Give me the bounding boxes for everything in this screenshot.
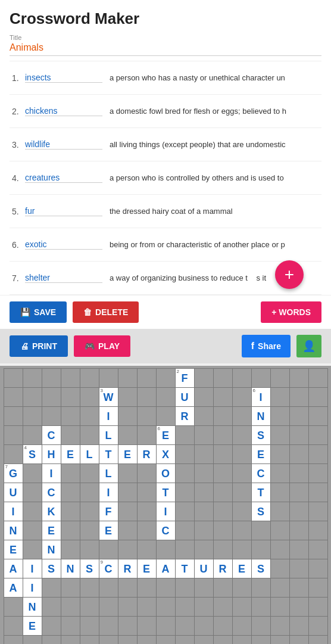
add-words-button[interactable]: + WORDS (261, 301, 321, 323)
grid-cell (194, 578, 213, 598)
grid-cell (308, 369, 327, 388)
grid-cell (213, 388, 232, 407)
grid-cell (232, 483, 251, 502)
share-button[interactable]: f Share (242, 335, 291, 357)
grid-cell (251, 617, 270, 636)
title-input[interactable] (10, 42, 321, 56)
add-word-fab-button[interactable]: + (275, 260, 304, 289)
grid-cell (175, 636, 194, 645)
print-button[interactable]: 🖨 PRINT (10, 335, 68, 357)
grid-cell: I (4, 502, 23, 521)
save-button[interactable]: 💾 SAVE (10, 301, 67, 323)
clue-input[interactable] (110, 140, 319, 149)
grid-cell (308, 617, 327, 636)
grid-cell (232, 598, 251, 617)
word-input[interactable] (25, 139, 102, 150)
grid-cell: R (175, 407, 194, 426)
grid-cell: F (99, 502, 118, 521)
grid-cell (118, 426, 137, 445)
grid-cell: U (175, 388, 194, 407)
grid-cell (137, 502, 156, 521)
grid-cell (270, 407, 289, 426)
grid-cell (156, 598, 175, 617)
grid-cell: A (156, 559, 175, 578)
grid-cell (175, 540, 194, 559)
grid-cell (61, 578, 80, 598)
grid-cell (289, 388, 308, 407)
grid-cell (289, 502, 308, 521)
grid-cell (118, 502, 137, 521)
grid-cell (194, 521, 213, 540)
delete-button[interactable]: 🗑 DELETE (73, 301, 139, 323)
grid-cell (175, 483, 194, 502)
clue-input[interactable] (110, 240, 319, 249)
grid-cell: K (42, 502, 61, 521)
grid-cell (137, 617, 156, 636)
grid-cell (118, 483, 137, 502)
grid-cell (156, 578, 175, 598)
grid-cell (270, 426, 289, 445)
grid-cell: H (42, 445, 61, 464)
word-row: 1. (10, 61, 321, 95)
word-input[interactable] (25, 206, 102, 216)
grid-cell (175, 445, 194, 464)
grid-cell (175, 521, 194, 540)
grid-cell (194, 369, 213, 388)
clue-input[interactable] (110, 207, 319, 216)
clue-input[interactable] (110, 173, 319, 182)
grid-cell (61, 540, 80, 559)
word-input[interactable] (25, 73, 102, 83)
word-number: 7. (12, 273, 25, 283)
grid-cell (289, 483, 308, 502)
grid-cell (61, 388, 80, 407)
grid-cell: T (156, 483, 175, 502)
word-input[interactable] (25, 173, 102, 183)
grid-cell (232, 407, 251, 426)
word-input[interactable] (25, 106, 102, 116)
grid-cell (308, 388, 327, 407)
grid-cell: C (42, 483, 61, 502)
grid-cell (118, 617, 137, 636)
grid-cell (308, 636, 327, 645)
grid-cell: A (4, 578, 23, 598)
word-number: 2. (12, 107, 25, 116)
grid-cell (4, 407, 23, 426)
grid-cell (213, 445, 232, 464)
word-row: 3. (10, 128, 321, 161)
grid-cell: E (4, 540, 23, 559)
grid-cell (289, 598, 308, 617)
grid-cell (289, 559, 308, 578)
clue-input[interactable] (110, 107, 319, 116)
word-row: 4. (10, 161, 321, 195)
grid-cell (42, 407, 61, 426)
app-title: Crossword Maker (10, 10, 321, 28)
word-input[interactable] (25, 273, 102, 283)
user-icon-button[interactable]: 👤 (296, 335, 321, 357)
clue-input[interactable] (110, 73, 319, 82)
grid-cell (42, 388, 61, 407)
grid-cell (270, 636, 289, 645)
word-input[interactable] (25, 239, 102, 250)
grid-cell (251, 636, 270, 645)
word-number: 6. (12, 240, 25, 250)
grid-cell (289, 426, 308, 445)
grid-cell (23, 407, 42, 426)
grid-cell (23, 426, 42, 445)
grid-cell: 9C (99, 559, 118, 578)
grid-cell: U (194, 559, 213, 578)
grid-cell (194, 445, 213, 464)
grid-cell (289, 407, 308, 426)
grid-cell (270, 388, 289, 407)
grid-cell (137, 407, 156, 426)
grid-cell (194, 407, 213, 426)
play-button[interactable]: 🎮 PLAY (74, 335, 130, 357)
grid-cell (118, 636, 137, 645)
grid-cell: X (156, 445, 175, 464)
grid-cell: E (251, 445, 270, 464)
grid-cell (80, 483, 99, 502)
grid-cell: C (156, 521, 175, 540)
grid-cell: I (23, 559, 42, 578)
grid-cell (23, 483, 42, 502)
grid-cell (23, 369, 42, 388)
grid-cell (270, 445, 289, 464)
